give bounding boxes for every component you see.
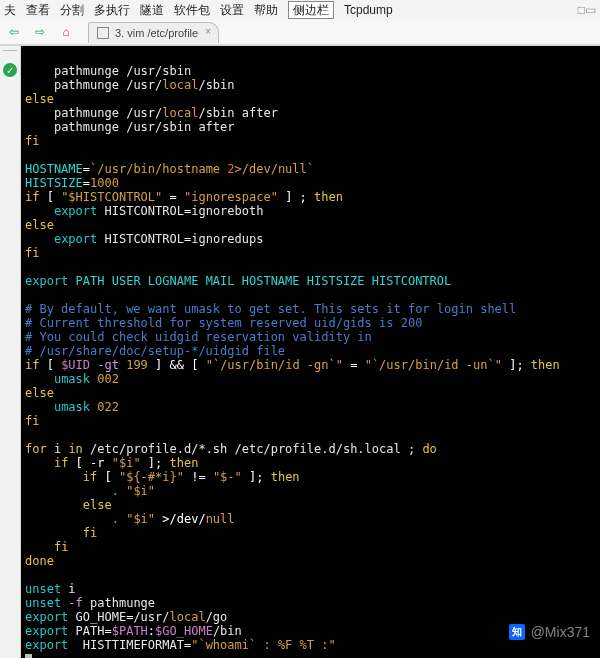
code-seg: pathmunge (83, 596, 155, 610)
menu-item[interactable]: Tcpdump (344, 3, 393, 17)
code-line: if (25, 190, 39, 204)
code-seg: "`/usr/bin/id -un`" (365, 358, 502, 372)
code-seg: "$-" (213, 470, 242, 484)
code-seg: /etc/profile.d/*.sh /etc/profile.d/sh.lo… (83, 442, 423, 456)
code-line: pathmunge /usr/ (54, 106, 162, 120)
code-seg: "`/usr/bin/id -gn`" (206, 358, 343, 372)
code-seg: then (314, 190, 343, 204)
code-seg: = (343, 358, 365, 372)
code-seg: local (162, 106, 198, 120)
code-line: umask (54, 400, 90, 414)
code-line: HOSTNAME (25, 162, 83, 176)
code-line: fi (25, 134, 39, 148)
code-seg: /sbin after (198, 106, 277, 120)
menu-item-sidebar[interactable]: 侧边栏 (288, 1, 334, 19)
left-sidebar: ✓ (0, 46, 21, 658)
menu-item[interactable]: 查看 (26, 2, 50, 19)
code-seg: "ignorespace" (184, 190, 278, 204)
code-seg: ] ; (278, 190, 314, 204)
restore-icon[interactable]: □▭ (578, 3, 596, 17)
code-seg: [ (184, 358, 206, 372)
code-seg: i (61, 582, 75, 596)
code-seg: = (83, 176, 90, 190)
menu-item[interactable]: 分割 (60, 2, 84, 19)
terminal-editor[interactable]: pathmunge /usr/sbin pathmunge /usr/local… (21, 46, 600, 658)
code-line: done (25, 554, 54, 568)
menu-item[interactable]: 帮助 (254, 2, 278, 19)
forward-arrow-icon[interactable]: ⇨ (30, 22, 50, 42)
code-seg: /usr/ (133, 610, 169, 624)
code-seg: ]; (242, 470, 271, 484)
code-comment: # You could check uidgid reservation val… (25, 330, 372, 344)
code-seg: HISTCONTROL (97, 204, 184, 218)
tab-vim-profile[interactable]: 3. vim /etc/profile × (88, 22, 219, 43)
code-seg: -f (61, 596, 83, 610)
code-seg: 1000 (90, 176, 119, 190)
code-line: if (54, 456, 68, 470)
menu-item[interactable]: 多执行 (94, 2, 130, 19)
back-arrow-icon[interactable]: ⇦ (4, 22, 24, 42)
code-seg: 199 (126, 358, 148, 372)
code-line: fi (54, 540, 68, 554)
menu-item[interactable]: 软件包 (174, 2, 210, 19)
code-seg: "$i" (126, 512, 155, 526)
code-line: pathmunge /usr/ (54, 78, 162, 92)
code-line: fi (25, 246, 39, 260)
code-line: unset (25, 582, 61, 596)
code-seg: then (170, 456, 199, 470)
code-seg: /go (206, 610, 228, 624)
code-line: . (112, 512, 126, 526)
code-seg: = (162, 190, 184, 204)
code-seg: PATH (68, 624, 104, 638)
code-seg: `/usr/bin/hostname (90, 162, 227, 176)
code-line: if (83, 470, 97, 484)
code-seg: GO_HOME (68, 610, 126, 624)
watermark-text: @Mix371 (531, 625, 590, 639)
code-seg: 2 (227, 162, 234, 176)
code-seg: 002 (90, 372, 119, 386)
tab-label: 3. vim /etc/profile (115, 27, 198, 39)
code-comment: # Current threshold for system reserved … (25, 316, 422, 330)
code-seg: ] (148, 358, 170, 372)
code-seg: ]; (502, 358, 531, 372)
code-seg: ignoreboth (191, 204, 263, 218)
menu-item[interactable]: 设置 (220, 2, 244, 19)
menu-item[interactable]: 隧道 (140, 2, 164, 19)
code-seg: "$i" (126, 484, 155, 498)
home-icon[interactable]: ⌂ (56, 22, 76, 42)
code-seg: HISTCONTROL (97, 232, 184, 246)
code-seg: = (83, 162, 90, 176)
code-seg: HISTTIMEFORMAT (68, 638, 184, 652)
code-seg: then (531, 358, 560, 372)
code-seg: $UID (61, 358, 90, 372)
code-line: pathmunge /usr/sbin (54, 64, 191, 78)
code-seg: null (206, 512, 235, 526)
code-line: export (25, 638, 68, 652)
code-line: export (54, 232, 97, 246)
code-comment: # /usr/share/doc/setup-*/uidgid file (25, 344, 285, 358)
code-seg: 022 (90, 400, 119, 414)
code-seg: "$HISTCONTROL" (61, 190, 162, 204)
code-line: for (25, 442, 47, 456)
code-seg: ]; (141, 456, 170, 470)
code-seg: i (47, 442, 69, 456)
code-seg: /bin (213, 624, 242, 638)
zhihu-logo-icon: 知 (509, 624, 525, 640)
status-ok-icon: ✓ (3, 63, 17, 77)
code-comment: # By default, we want umask to get set. … (25, 302, 516, 316)
code-line: if (25, 358, 39, 372)
code-seg: "$i" (112, 456, 141, 470)
code-line: else (25, 386, 54, 400)
code-line: else (25, 92, 54, 106)
cursor-icon (25, 654, 32, 658)
code-seg: then (271, 470, 300, 484)
code-seg: = (104, 624, 111, 638)
code-seg: /sbin (198, 78, 234, 92)
code-seg: [ (39, 190, 61, 204)
code-line: . (112, 484, 126, 498)
menu-item[interactable]: 夫 (4, 2, 16, 19)
code-line: export (25, 624, 68, 638)
close-icon[interactable]: × (202, 26, 214, 38)
code-seg: "`whoami` : %F %T :" (191, 638, 336, 652)
code-line: fi (25, 414, 39, 428)
